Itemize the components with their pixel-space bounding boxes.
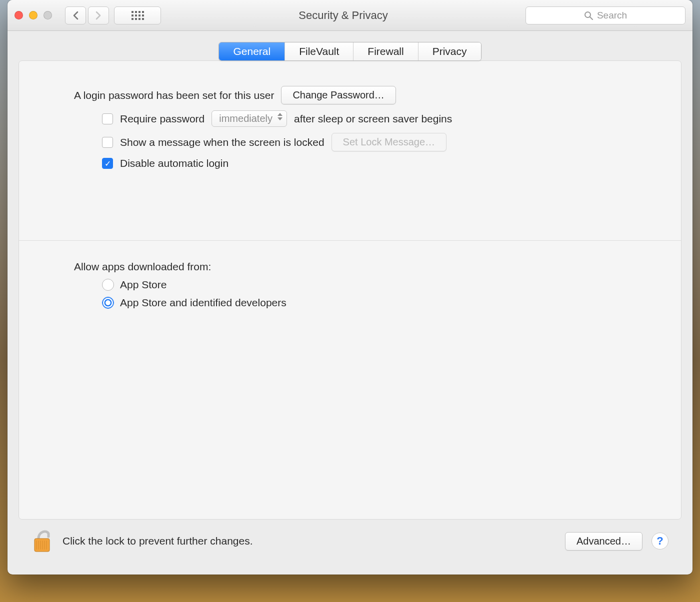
divider xyxy=(19,240,681,241)
allow-apps-label-row: Allow apps downloaded from: xyxy=(74,261,626,273)
require-password-checkbox[interactable] xyxy=(102,113,113,124)
show-lock-message-label: Show a message when the screen is locked xyxy=(120,136,324,148)
lock-icon[interactable] xyxy=(32,527,54,556)
change-password-button[interactable]: Change Password… xyxy=(281,86,396,104)
require-password-delay-select[interactable]: immediately xyxy=(212,110,287,127)
show-lock-message-checkbox[interactable] xyxy=(102,137,113,148)
allow-apps-label: Allow apps downloaded from: xyxy=(74,261,211,273)
search-placeholder: Search xyxy=(597,10,627,21)
show-all-button[interactable] xyxy=(114,6,161,24)
tab-filevault[interactable]: FileVault xyxy=(285,42,354,60)
radio-app-store[interactable] xyxy=(102,279,114,291)
radio-app-store-row: App Store xyxy=(102,279,626,291)
close-window-icon[interactable] xyxy=(14,11,23,19)
radio-identified-developers[interactable] xyxy=(102,297,114,309)
svg-line-1 xyxy=(590,17,592,19)
tab-bar: General FileVault Firewall Privacy xyxy=(18,42,682,61)
search-input[interactable]: Search xyxy=(526,6,686,24)
tab-general[interactable]: General xyxy=(219,42,285,60)
disable-auto-login-label: Disable automatic login xyxy=(120,157,228,169)
grid-icon xyxy=(132,11,144,20)
chevron-left-icon xyxy=(72,11,79,20)
disable-auto-login-row: ✓ Disable automatic login xyxy=(102,157,626,169)
forward-button[interactable] xyxy=(88,6,109,24)
disable-auto-login-checkbox[interactable]: ✓ xyxy=(102,158,113,169)
zoom-window-icon[interactable] xyxy=(44,11,52,19)
back-button[interactable] xyxy=(65,6,86,24)
chevron-right-icon xyxy=(95,11,102,20)
titlebar: Security & Privacy Search xyxy=(8,0,692,31)
show-lock-message-row: Show a message when the screen is locked… xyxy=(102,133,626,151)
login-password-text: A login password has been set for this u… xyxy=(74,89,274,101)
set-lock-message-button[interactable]: Set Lock Message… xyxy=(332,133,447,151)
footer: Click the lock to prevent further change… xyxy=(18,520,682,566)
help-button[interactable]: ? xyxy=(652,533,668,550)
nav-buttons xyxy=(65,6,109,24)
minimize-window-icon[interactable] xyxy=(29,11,38,19)
preferences-window: Security & Privacy Search General FileVa… xyxy=(8,0,692,575)
require-password-suffix: after sleep or screen saver begins xyxy=(294,113,452,125)
traffic-lights xyxy=(14,11,52,19)
radio-identified-row: App Store and identified developers xyxy=(102,297,626,309)
advanced-button[interactable]: Advanced… xyxy=(565,532,642,551)
tab-privacy[interactable]: Privacy xyxy=(418,42,481,60)
search-icon xyxy=(584,11,593,20)
tab-firewall[interactable]: Firewall xyxy=(354,42,418,60)
content-area: General FileVault Firewall Privacy A log… xyxy=(8,31,692,575)
require-password-row: Require password immediately after sleep… xyxy=(102,110,626,127)
radio-identified-label: App Store and identified developers xyxy=(120,297,286,309)
lock-text: Click the lock to prevent further change… xyxy=(62,535,556,547)
require-password-label: Require password xyxy=(120,113,204,125)
allow-apps-radio-group: App Store App Store and identified devel… xyxy=(102,279,626,309)
login-password-row: A login password has been set for this u… xyxy=(74,86,626,104)
radio-app-store-label: App Store xyxy=(120,279,166,291)
general-pane: A login password has been set for this u… xyxy=(18,60,682,520)
window-title: Security & Privacy xyxy=(166,9,520,22)
